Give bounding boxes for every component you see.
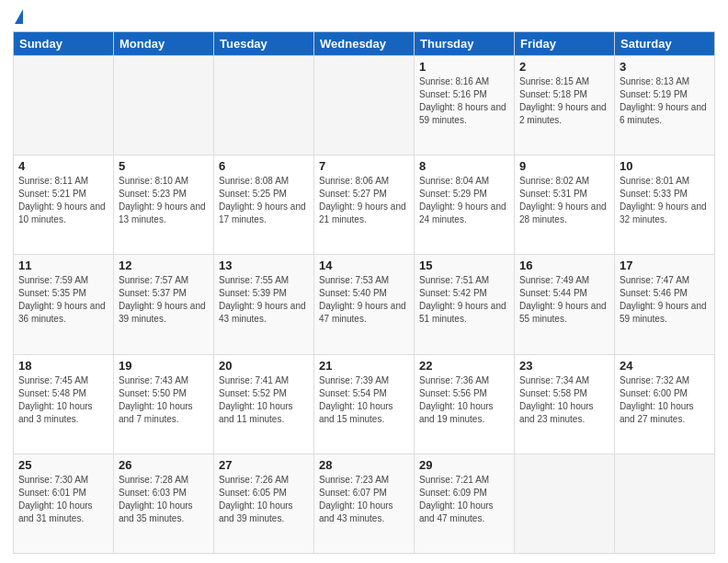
- day-info: Sunrise: 8:06 AM Sunset: 5:27 PM Dayligh…: [319, 175, 409, 226]
- day-info: Sunrise: 8:04 AM Sunset: 5:29 PM Dayligh…: [419, 175, 509, 226]
- day-number: 10: [620, 159, 710, 173]
- calendar-cell: 13Sunrise: 7:55 AM Sunset: 5:39 PM Dayli…: [214, 255, 314, 354]
- calendar-cell: 20Sunrise: 7:41 AM Sunset: 5:52 PM Dayli…: [214, 354, 314, 454]
- week-row-3: 11Sunrise: 7:59 AM Sunset: 5:35 PM Dayli…: [14, 255, 715, 354]
- calendar-cell: 25Sunrise: 7:30 AM Sunset: 6:01 PM Dayli…: [14, 454, 114, 553]
- day-info: Sunrise: 7:47 AM Sunset: 5:46 PM Dayligh…: [620, 274, 710, 326]
- day-number: 28: [319, 458, 409, 472]
- day-info: Sunrise: 8:13 AM Sunset: 5:19 PM Dayligh…: [620, 75, 710, 127]
- day-number: 13: [219, 259, 309, 272]
- day-info: Sunrise: 7:39 AM Sunset: 5:54 PM Dayligh…: [319, 374, 409, 426]
- logo: [13, 9, 23, 26]
- day-info: Sunrise: 7:23 AM Sunset: 6:07 PM Dayligh…: [319, 474, 409, 525]
- calendar-cell: 12Sunrise: 7:57 AM Sunset: 5:37 PM Dayli…: [114, 255, 214, 354]
- day-info: Sunrise: 8:01 AM Sunset: 5:33 PM Dayligh…: [620, 175, 710, 226]
- calendar-cell: 8Sunrise: 8:04 AM Sunset: 5:29 PM Daylig…: [415, 155, 515, 255]
- day-number: 1: [419, 60, 509, 74]
- day-info: Sunrise: 8:02 AM Sunset: 5:31 PM Dayligh…: [519, 175, 609, 226]
- day-number: 11: [18, 259, 108, 272]
- day-info: Sunrise: 7:36 AM Sunset: 5:56 PM Dayligh…: [419, 374, 509, 426]
- day-header-monday: Monday: [114, 32, 214, 56]
- day-info: Sunrise: 7:59 AM Sunset: 5:35 PM Dayligh…: [18, 274, 108, 326]
- day-header-wednesday: Wednesday: [314, 32, 415, 56]
- day-info: Sunrise: 8:16 AM Sunset: 5:16 PM Dayligh…: [419, 75, 509, 127]
- day-number: 19: [119, 359, 209, 373]
- day-number: 12: [119, 259, 209, 272]
- calendar-cell: 6Sunrise: 8:08 AM Sunset: 5:25 PM Daylig…: [214, 155, 314, 255]
- day-number: 21: [319, 359, 409, 373]
- day-number: 29: [419, 458, 509, 472]
- calendar-cell: [314, 56, 415, 155]
- week-row-1: 1Sunrise: 8:16 AM Sunset: 5:16 PM Daylig…: [14, 56, 715, 155]
- calendar-cell: 2Sunrise: 8:15 AM Sunset: 5:18 PM Daylig…: [515, 56, 615, 155]
- day-info: Sunrise: 7:45 AM Sunset: 5:48 PM Dayligh…: [18, 374, 108, 426]
- day-info: Sunrise: 7:21 AM Sunset: 6:09 PM Dayligh…: [419, 474, 509, 525]
- day-info: Sunrise: 7:41 AM Sunset: 5:52 PM Dayligh…: [219, 374, 309, 426]
- day-header-friday: Friday: [515, 32, 615, 56]
- day-info: Sunrise: 7:34 AM Sunset: 5:58 PM Dayligh…: [519, 374, 609, 426]
- day-info: Sunrise: 7:28 AM Sunset: 6:03 PM Dayligh…: [119, 474, 209, 525]
- calendar-cell: [114, 56, 214, 155]
- calendar-cell: 7Sunrise: 8:06 AM Sunset: 5:27 PM Daylig…: [314, 155, 415, 255]
- day-number: 17: [620, 259, 710, 272]
- calendar-cell: 17Sunrise: 7:47 AM Sunset: 5:46 PM Dayli…: [615, 255, 715, 354]
- calendar-cell: 11Sunrise: 7:59 AM Sunset: 5:35 PM Dayli…: [14, 255, 114, 354]
- day-header-thursday: Thursday: [415, 32, 515, 56]
- calendar-cell: 14Sunrise: 7:53 AM Sunset: 5:40 PM Dayli…: [314, 255, 415, 354]
- calendar-cell: 15Sunrise: 7:51 AM Sunset: 5:42 PM Dayli…: [415, 255, 515, 354]
- calendar-cell: 18Sunrise: 7:45 AM Sunset: 5:48 PM Dayli…: [14, 354, 114, 454]
- day-number: 2: [519, 60, 609, 74]
- day-info: Sunrise: 7:43 AM Sunset: 5:50 PM Dayligh…: [119, 374, 209, 426]
- day-header-saturday: Saturday: [615, 32, 715, 56]
- day-number: 9: [519, 159, 609, 173]
- day-header-tuesday: Tuesday: [214, 32, 314, 56]
- day-number: 8: [419, 159, 509, 173]
- day-info: Sunrise: 7:57 AM Sunset: 5:37 PM Dayligh…: [119, 274, 209, 326]
- day-number: 27: [219, 458, 309, 472]
- day-info: Sunrise: 7:26 AM Sunset: 6:05 PM Dayligh…: [219, 474, 309, 525]
- header: [13, 9, 715, 26]
- day-number: 18: [18, 359, 108, 373]
- calendar-cell: 24Sunrise: 7:32 AM Sunset: 6:00 PM Dayli…: [615, 354, 715, 454]
- day-info: Sunrise: 8:08 AM Sunset: 5:25 PM Dayligh…: [219, 175, 309, 226]
- day-info: Sunrise: 7:30 AM Sunset: 6:01 PM Dayligh…: [18, 474, 108, 525]
- calendar-cell: [214, 56, 314, 155]
- calendar-cell: 19Sunrise: 7:43 AM Sunset: 5:50 PM Dayli…: [114, 354, 214, 454]
- day-info: Sunrise: 8:11 AM Sunset: 5:21 PM Dayligh…: [18, 175, 108, 226]
- logo-triangle-icon: [15, 9, 23, 24]
- day-number: 3: [620, 60, 710, 74]
- calendar-cell: [515, 454, 615, 553]
- calendar-cell: [14, 56, 114, 155]
- calendar-cell: 23Sunrise: 7:34 AM Sunset: 5:58 PM Dayli…: [515, 354, 615, 454]
- calendar-cell: 27Sunrise: 7:26 AM Sunset: 6:05 PM Dayli…: [214, 454, 314, 553]
- calendar-cell: 22Sunrise: 7:36 AM Sunset: 5:56 PM Dayli…: [415, 354, 515, 454]
- day-number: 16: [519, 259, 609, 272]
- day-number: 25: [18, 458, 108, 472]
- day-info: Sunrise: 8:10 AM Sunset: 5:23 PM Dayligh…: [119, 175, 209, 226]
- calendar-cell: 4Sunrise: 8:11 AM Sunset: 5:21 PM Daylig…: [14, 155, 114, 255]
- calendar-cell: 10Sunrise: 8:01 AM Sunset: 5:33 PM Dayli…: [615, 155, 715, 255]
- calendar-cell: 28Sunrise: 7:23 AM Sunset: 6:07 PM Dayli…: [314, 454, 415, 553]
- week-row-4: 18Sunrise: 7:45 AM Sunset: 5:48 PM Dayli…: [14, 354, 715, 454]
- calendar-cell: 26Sunrise: 7:28 AM Sunset: 6:03 PM Dayli…: [114, 454, 214, 553]
- calendar-cell: 16Sunrise: 7:49 AM Sunset: 5:44 PM Dayli…: [515, 255, 615, 354]
- day-info: Sunrise: 7:55 AM Sunset: 5:39 PM Dayligh…: [219, 274, 309, 326]
- calendar-table: SundayMondayTuesdayWednesdayThursdayFrid…: [13, 31, 715, 554]
- day-info: Sunrise: 7:32 AM Sunset: 6:00 PM Dayligh…: [620, 374, 710, 426]
- day-info: Sunrise: 7:53 AM Sunset: 5:40 PM Dayligh…: [319, 274, 409, 326]
- day-number: 24: [620, 359, 710, 373]
- calendar-cell: 3Sunrise: 8:13 AM Sunset: 5:19 PM Daylig…: [615, 56, 715, 155]
- day-info: Sunrise: 8:15 AM Sunset: 5:18 PM Dayligh…: [519, 75, 609, 127]
- day-number: 14: [319, 259, 409, 272]
- day-info: Sunrise: 7:51 AM Sunset: 5:42 PM Dayligh…: [419, 274, 509, 326]
- day-number: 20: [219, 359, 309, 373]
- calendar-page: SundayMondayTuesdayWednesdayThursdayFrid…: [0, 0, 728, 563]
- calendar-cell: [615, 454, 715, 553]
- calendar-cell: 9Sunrise: 8:02 AM Sunset: 5:31 PM Daylig…: [515, 155, 615, 255]
- day-number: 15: [419, 259, 509, 272]
- header-row: SundayMondayTuesdayWednesdayThursdayFrid…: [14, 32, 715, 56]
- day-number: 4: [18, 159, 108, 173]
- day-info: Sunrise: 7:49 AM Sunset: 5:44 PM Dayligh…: [519, 274, 609, 326]
- calendar-cell: 1Sunrise: 8:16 AM Sunset: 5:16 PM Daylig…: [415, 56, 515, 155]
- day-number: 5: [119, 159, 209, 173]
